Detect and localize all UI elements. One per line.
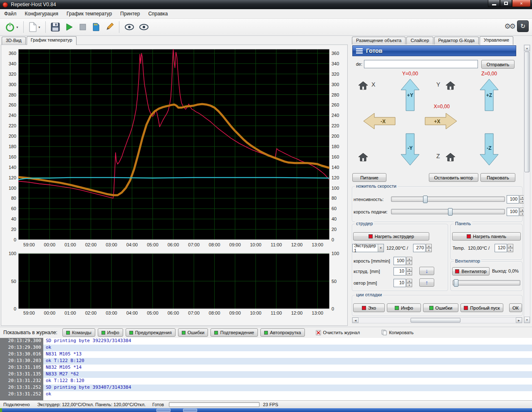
scroll-left-button[interactable]: ◀	[352, 318, 359, 323]
feedrate-spinner[interactable]: 100 ▲▼	[507, 208, 525, 216]
filter-commands-button[interactable]: Команды	[62, 328, 95, 337]
intensity-slider[interactable]	[391, 196, 505, 203]
rotate-view-button[interactable]: ↻	[517, 20, 529, 32]
tab-slicer[interactable]: Слайсер	[406, 37, 433, 45]
send-gcode-button[interactable]: Отправить	[481, 60, 515, 69]
edit-gcode-button[interactable]	[103, 20, 116, 34]
slider-thumb[interactable]	[423, 196, 428, 203]
bed-target-value[interactable]: 120	[495, 244, 507, 252]
home-z-button[interactable]	[445, 152, 455, 161]
spin-up-icon[interactable]: ▲	[406, 279, 412, 283]
printer-settings-button[interactable]: ⚙⚙	[505, 22, 515, 31]
spin-down-icon[interactable]: ▼	[507, 248, 513, 252]
slider-thumb[interactable]	[448, 208, 453, 216]
panel-vertical-scrollbar[interactable]: ▲ ▼	[524, 45, 530, 323]
extruder-select[interactable]: Экструдер 1▼	[352, 244, 384, 252]
filter-info-button[interactable]: Инфо	[98, 328, 123, 337]
menu-file[interactable]: Файл	[0, 10, 21, 18]
sd-card-button[interactable]	[90, 20, 102, 34]
spin-down-icon[interactable]: ▼	[426, 248, 432, 252]
filter-warnings-button[interactable]: Предупреждения	[126, 328, 176, 337]
fan-toggle-button[interactable]: Вентилятор	[452, 267, 490, 275]
bed-target-spinner[interactable]: 120 ▲▼	[495, 244, 513, 252]
tab-gcode-editor[interactable]: Редактор G-Кода	[434, 37, 479, 45]
gcode-input[interactable]	[364, 60, 478, 68]
run-job-button[interactable]	[63, 20, 75, 34]
save-job-button[interactable]	[49, 20, 62, 34]
clear-log-button[interactable]: Очистить журнал	[313, 330, 363, 335]
extrude-length-value[interactable]: 10	[393, 267, 406, 275]
close-button[interactable]: ×	[512, 0, 531, 7]
scroll-right-button[interactable]: ▶	[516, 318, 522, 323]
menu-help[interactable]: Справка	[144, 10, 172, 18]
scroll-up-button[interactable]: ▲	[524, 45, 530, 51]
feedrate-value[interactable]: 100	[507, 208, 519, 216]
home-y-button[interactable]	[445, 81, 455, 90]
extruder-speed-value[interactable]: 100	[393, 257, 406, 265]
jog-plus-z-button[interactable]: +Z	[480, 79, 499, 111]
extrude-button[interactable]: ↓	[419, 267, 434, 275]
connect-button[interactable]: ▼	[3, 20, 20, 34]
spin-up-icon[interactable]: ▲	[426, 244, 432, 248]
extruder-speed-spinner[interactable]: 100 ▲▼	[393, 257, 412, 265]
stop-job-button[interactable]	[77, 20, 89, 34]
spin-down-icon[interactable]: ▼	[406, 271, 412, 275]
retract-length-spinner[interactable]: 10 ▲▼	[393, 279, 412, 287]
spin-up-icon[interactable]: ▲	[406, 257, 412, 261]
echo-toggle-button[interactable]: Эхо	[353, 303, 385, 312]
jog-plus-x-button[interactable]: +X	[425, 113, 457, 129]
tab-control[interactable]: Управление	[480, 36, 513, 45]
scroll-down-button[interactable]: ▼	[524, 317, 530, 323]
taskbar-button[interactable]	[156, 409, 171, 412]
park-button[interactable]: Парковать	[480, 173, 515, 182]
extruder-target-spinner[interactable]: 270 ▲▼	[413, 244, 432, 252]
filter-ack-button[interactable]: Подтверждение	[210, 328, 257, 337]
minimize-button[interactable]	[488, 0, 500, 7]
tab-3d-view[interactable]: 3D-Вид	[2, 37, 26, 45]
extrude-length-spinner[interactable]: 10 ▲▼	[393, 267, 412, 275]
retract-length-value[interactable]: 10	[393, 279, 406, 287]
feedrate-slider[interactable]	[391, 208, 505, 216]
maximize-button[interactable]	[500, 0, 512, 7]
jog-minus-x-button[interactable]: -X	[363, 113, 396, 129]
jog-minus-y-button[interactable]: -Y	[401, 133, 420, 166]
extruder-target-value[interactable]: 270	[413, 244, 426, 252]
menu-temp-graph[interactable]: График температур	[62, 10, 116, 18]
show-travel-button[interactable]	[137, 20, 151, 34]
taskbar-button[interactable]	[183, 409, 197, 412]
copy-log-button[interactable]: Копировать	[379, 330, 416, 335]
log-area[interactable]: 20:13:29.300SD printing byte 392293/3143…	[0, 338, 532, 400]
intensity-spinner[interactable]: 100 ▲▼	[507, 195, 525, 204]
intensity-value[interactable]: 100	[507, 195, 519, 204]
tab-temp-graph[interactable]: График температур	[27, 36, 77, 45]
tab-object-placement[interactable]: Размещение объекта	[352, 37, 406, 45]
menu-config[interactable]: Конфигурация	[21, 10, 63, 18]
jog-minus-z-button[interactable]: -Z	[480, 133, 499, 166]
heat-extruder-button[interactable]: Нагреть экструдер	[353, 232, 429, 241]
filter-autoscroll-button[interactable]: Автопрокрутка	[260, 328, 305, 337]
dry-run-toggle-button[interactable]: Пробный пуск	[460, 303, 503, 312]
power-button[interactable]: Питание	[352, 173, 386, 182]
filter-errors-button[interactable]: Ошибки	[178, 328, 208, 337]
jog-plus-y-button[interactable]: +Y	[401, 79, 420, 111]
heat-bed-button[interactable]: Нагреть панель	[452, 232, 521, 241]
errors-toggle-button[interactable]: Ошибки	[423, 303, 458, 312]
menu-printer[interactable]: Принтер	[116, 10, 144, 18]
spin-up-icon[interactable]: ▲	[507, 244, 513, 248]
home-x-button[interactable]	[358, 81, 368, 90]
load-button[interactable]: ▼	[27, 20, 42, 34]
home-all-button[interactable]	[358, 152, 368, 161]
info-toggle-button[interactable]: Инфо	[387, 303, 421, 312]
slider-thumb[interactable]	[454, 279, 458, 287]
show-filament-button[interactable]	[123, 20, 136, 34]
spin-up-icon[interactable]: ▲	[406, 267, 412, 271]
ok-button[interactable]: ОК	[509, 303, 522, 312]
scrollbar-thumb[interactable]	[411, 318, 460, 323]
spin-down-icon[interactable]: ▼	[406, 283, 412, 287]
fan-speed-slider[interactable]	[453, 279, 520, 287]
retract-button[interactable]: ↑	[419, 278, 434, 287]
panel-horizontal-scrollbar[interactable]: ◀ ▶	[352, 317, 522, 323]
spin-down-icon[interactable]: ▼	[406, 261, 412, 265]
stop-motor-button[interactable]: Остановить мотор	[429, 173, 478, 182]
scrollbar-thumb[interactable]	[525, 52, 530, 172]
